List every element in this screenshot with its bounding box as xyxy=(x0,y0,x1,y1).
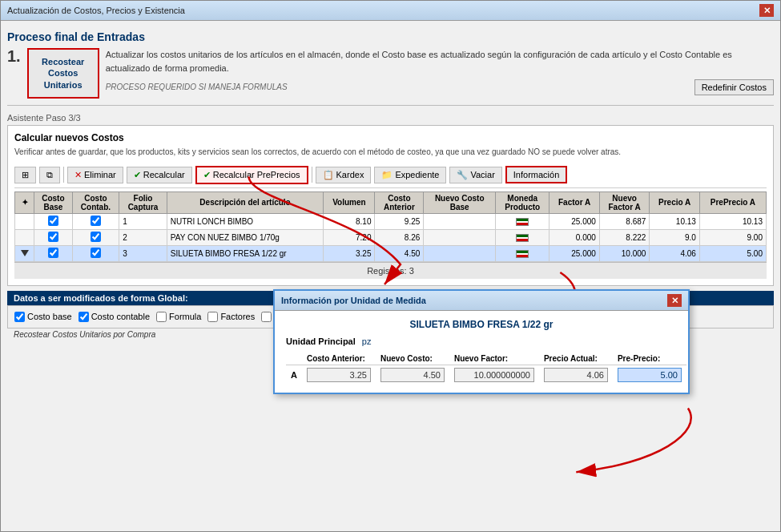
col-precio-actual: Precio Actual: xyxy=(539,353,613,365)
row-moneda-1 xyxy=(496,213,550,229)
row-precio-a-2: 9.0 xyxy=(650,229,700,245)
col-nuevo-costo: Nuevo Costo: xyxy=(376,353,449,365)
dialog-principal-value: pz xyxy=(362,337,372,346)
row-expand-3 xyxy=(15,245,34,261)
row-preprecio-a-2: 9.00 xyxy=(699,229,766,245)
dialog-costo-anterior-input[interactable] xyxy=(307,368,371,382)
col-header-costo-anterior: CostoAnterior xyxy=(375,191,424,213)
checkbox-costo-contable-label: Costo contable xyxy=(91,312,150,321)
row-volumen-1: 8.10 xyxy=(324,213,375,229)
row-moneda-2 xyxy=(496,229,550,245)
redefine-costos-button[interactable]: Redefinir Costos xyxy=(694,79,774,95)
recalcular-button[interactable]: ✔ Recalcular xyxy=(127,167,192,183)
info-dialog-title: Información por Unidad de Medida xyxy=(281,296,426,305)
dialog-nuevo-factor-input[interactable] xyxy=(454,368,534,382)
row-nuevo-factor-a-1: 8.687 xyxy=(599,213,650,229)
checkbox-costo-base-input[interactable] xyxy=(14,312,25,322)
copy-icon-button[interactable]: ⧉ xyxy=(39,167,60,183)
checkbox-costo-base[interactable]: Costo base xyxy=(14,312,72,322)
informacion-label: Información xyxy=(513,170,559,179)
step1-desc-text: Actualizar los costos unitarios de los a… xyxy=(106,50,732,73)
row-folio-3: 3 xyxy=(119,245,167,261)
row-costo-base-3[interactable] xyxy=(34,245,72,261)
row-costo-ant-2: 8.26 xyxy=(375,229,424,245)
dialog-table-header: Costo Anterior: Nuevo Costo: Nuevo Facto… xyxy=(286,353,686,365)
step-number: 1. xyxy=(7,48,21,64)
info-dialog-close-button[interactable]: ✕ xyxy=(667,294,682,307)
checkbox-costo-contable-input[interactable] xyxy=(79,312,89,322)
kardex-label: Kardex xyxy=(336,170,364,179)
kardex-button[interactable]: 📋 Kardex xyxy=(316,167,372,183)
dialog-precio-actual-input[interactable] xyxy=(544,368,608,382)
dialog-unit-table: Costo Anterior: Nuevo Costo: Nuevo Facto… xyxy=(286,353,686,385)
row-volumen-2: 7.20 xyxy=(324,229,375,245)
col-header-nuevo-factor-a: NuevoFactor A xyxy=(599,191,650,213)
checkbox-costo-contable[interactable]: Costo contable xyxy=(79,312,150,322)
checkbox-formula-input[interactable] xyxy=(156,312,167,322)
vaciar-button[interactable]: 🔧 Vaciar xyxy=(449,167,501,183)
dialog-principal-label: Unidad Principal xyxy=(286,337,356,346)
col-header-preprecio-a: PrePrecio A xyxy=(699,191,766,213)
col-header-costo-base: CostoBase xyxy=(34,191,72,213)
row-volumen-3: 3.25 xyxy=(324,245,375,261)
dialog-pre-precio xyxy=(613,365,686,385)
recalcular-preprecios-button[interactable]: ✔ Recalcular PrePrecios xyxy=(195,166,308,184)
expediente-icon: 📁 xyxy=(381,170,393,180)
table-row[interactable]: 2 PAY CON NUEZ BIMBO 1/70g 7.20 8.26 0.0… xyxy=(15,229,767,245)
dialog-table-row: A xyxy=(286,365,686,385)
checkbox-formula-label: Formula xyxy=(169,312,201,321)
row-costo-contab-3[interactable] xyxy=(72,245,119,261)
dialog-principal-row: Unidad Principal pz xyxy=(286,337,677,346)
row-costo-contab-2[interactable] xyxy=(72,229,119,245)
row-expand xyxy=(15,213,34,229)
eliminar-label: Eliminar xyxy=(84,170,116,179)
expediente-button[interactable]: 📁 Expediente xyxy=(374,167,446,183)
grid-header-row: ✦ CostoBase CostoContab. FolioCaptura De… xyxy=(15,191,767,213)
row-costo-base-2[interactable] xyxy=(34,229,72,245)
col-header-moneda: MonedaProducto xyxy=(496,191,550,213)
row-costo-base-1[interactable] xyxy=(34,213,72,229)
row-precio-a-3: 4.06 xyxy=(650,245,700,261)
grid-icon-button[interactable]: ⊞ xyxy=(14,167,36,183)
col-header-nuevo-costo-base: Nuevo CostoBase xyxy=(424,191,496,213)
toolbar: ⊞ ⧉ ✕ Eliminar ✔ Recalcular ✔ Recalcular… xyxy=(14,163,767,188)
window-title: Actualización de Costos, Precios y Exist… xyxy=(7,6,185,15)
grid-icon: ⊞ xyxy=(22,170,29,180)
row-nuevo-costo-3 xyxy=(424,245,496,261)
copy-icon: ⧉ xyxy=(46,170,53,180)
col-nuevo-factor: Nuevo Factor: xyxy=(449,353,539,365)
data-grid: ✦ CostoBase CostoContab. FolioCaptura De… xyxy=(14,191,767,262)
records-bar: Registros: 3 xyxy=(14,262,767,279)
data-grid-container: ✦ CostoBase CostoContab. FolioCaptura De… xyxy=(14,191,767,262)
col-pre-precio: Pre-Precio: xyxy=(613,353,686,365)
info-dialog: Información por Unidad de Medida ✕ SILUE… xyxy=(273,289,690,394)
toolbar-sep1 xyxy=(63,167,64,183)
row-desc-1: NUTRI LONCH BIMBO xyxy=(167,213,324,229)
recalcular-label: Recalcular xyxy=(143,170,185,179)
checkbox-formula[interactable]: Formula xyxy=(156,312,201,322)
dialog-row-label: A xyxy=(286,365,302,385)
table-row[interactable]: 1 NUTRI LONCH BIMBO 8.10 9.25 25.000 8.6… xyxy=(15,213,767,229)
kardex-icon: 📋 xyxy=(323,170,334,180)
row-costo-contab-1[interactable] xyxy=(72,213,119,229)
eliminar-button[interactable]: ✕ Eliminar xyxy=(67,167,123,183)
step1-row: 1. RecostearCostosUnitarios Actualizar l… xyxy=(7,48,774,99)
row-moneda-3 xyxy=(496,245,550,261)
table-row[interactable]: 3 SILUETA BIMBO FRESA 1/22 gr 3.25 4.50 … xyxy=(15,245,767,261)
checkbox-descuentos-input[interactable] xyxy=(261,312,272,322)
check-circle-icon: ✔ xyxy=(134,170,141,180)
section-title: Proceso final de Entradas xyxy=(7,27,774,48)
recostear-costos-button[interactable]: RecostearCostosUnitarios xyxy=(27,48,99,99)
checkbox-costo-base-label: Costo base xyxy=(27,312,72,321)
row-precio-a-1: 10.13 xyxy=(650,213,700,229)
row-desc-3: SILUETA BIMBO FRESA 1/22 gr xyxy=(167,245,324,261)
checkbox-factores[interactable]: Factores xyxy=(207,312,255,322)
checkbox-factores-input[interactable] xyxy=(207,312,218,322)
row-factor-a-3: 25.000 xyxy=(550,245,600,261)
informacion-button[interactable]: Información xyxy=(505,166,567,183)
col-header-descripcion: Descripción del artículo xyxy=(167,191,324,213)
dialog-pre-precio-input[interactable] xyxy=(618,368,682,382)
row-folio-1: 1 xyxy=(119,213,167,229)
dialog-nuevo-costo-input[interactable] xyxy=(380,368,445,382)
window-close-button[interactable]: ✕ xyxy=(759,4,774,17)
